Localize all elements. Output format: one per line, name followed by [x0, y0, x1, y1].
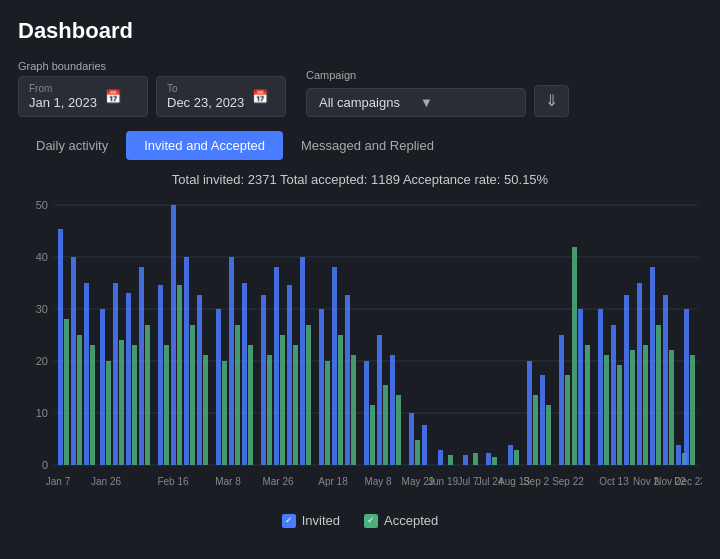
svg-rect-44	[287, 285, 292, 465]
svg-rect-85	[630, 350, 635, 465]
svg-rect-75	[559, 335, 564, 465]
date-from-value: Jan 1, 2023	[29, 95, 97, 110]
svg-rect-21	[119, 340, 124, 465]
stats-summary: Total invited: 2371 Total accepted: 1189…	[18, 172, 702, 187]
chart-legend: Invited Accepted	[18, 513, 702, 528]
svg-text:Jan 26: Jan 26	[91, 476, 121, 487]
svg-rect-59	[396, 395, 401, 465]
svg-rect-20	[113, 283, 118, 465]
svg-rect-91	[669, 350, 674, 465]
svg-rect-49	[325, 361, 330, 465]
svg-rect-14	[71, 257, 76, 465]
svg-text:50: 50	[36, 199, 48, 211]
svg-text:Sep 22: Sep 22	[552, 476, 584, 487]
svg-rect-83	[617, 365, 622, 465]
svg-rect-80	[598, 309, 603, 465]
svg-rect-32	[197, 295, 202, 465]
svg-text:Jan 7: Jan 7	[46, 476, 71, 487]
campaign-label: Campaign	[306, 69, 702, 81]
svg-rect-27	[164, 345, 169, 465]
tab-daily-activity[interactable]: Daily activity	[18, 131, 126, 160]
svg-rect-19	[106, 361, 111, 465]
download-button[interactable]: ⇓	[534, 85, 569, 117]
svg-rect-39	[248, 345, 253, 465]
svg-rect-73	[540, 375, 545, 465]
download-icon: ⇓	[545, 93, 558, 109]
svg-rect-70	[514, 450, 519, 465]
date-from-input[interactable]: From Jan 1, 2023 📅	[18, 76, 148, 117]
svg-rect-58	[390, 355, 395, 465]
svg-rect-28	[171, 205, 176, 465]
svg-rect-67	[486, 453, 491, 465]
svg-rect-88	[650, 267, 655, 465]
calendar-icon: 📅	[105, 89, 137, 104]
svg-text:10: 10	[36, 407, 48, 419]
svg-rect-60	[409, 413, 414, 465]
svg-rect-81	[604, 355, 609, 465]
svg-rect-41	[267, 355, 272, 465]
svg-text:Apr 18: Apr 18	[318, 476, 348, 487]
svg-rect-84	[624, 295, 629, 465]
svg-text:Mar 8: Mar 8	[215, 476, 241, 487]
date-to-value: Dec 23, 2023	[167, 95, 244, 110]
svg-text:May 8: May 8	[364, 476, 392, 487]
svg-rect-74	[546, 405, 551, 465]
svg-rect-42	[274, 267, 279, 465]
svg-rect-95	[690, 355, 695, 465]
svg-rect-30	[184, 257, 189, 465]
svg-rect-26	[158, 285, 163, 465]
svg-rect-18	[100, 309, 105, 465]
svg-rect-13	[64, 319, 69, 465]
date-to-label: To	[167, 83, 244, 94]
svg-text:20: 20	[36, 355, 48, 367]
svg-rect-33	[203, 355, 208, 465]
chart-area: 50 40 30 20 10 0	[18, 195, 702, 505]
graph-boundaries-label: Graph boundaries	[18, 60, 286, 72]
accepted-label: Accepted	[384, 513, 438, 528]
svg-rect-62	[422, 425, 427, 465]
svg-rect-54	[364, 361, 369, 465]
svg-text:40: 40	[36, 251, 48, 263]
svg-rect-51	[338, 335, 343, 465]
tab-messaged-replied[interactable]: Messaged and Replied	[283, 131, 452, 160]
svg-rect-29	[177, 285, 182, 465]
svg-rect-63	[438, 450, 443, 465]
svg-text:Sep 2: Sep 2	[523, 476, 550, 487]
svg-rect-52	[345, 295, 350, 465]
legend-invited[interactable]: Invited	[282, 513, 340, 528]
svg-rect-15	[77, 335, 82, 465]
svg-rect-35	[222, 361, 227, 465]
svg-rect-68	[492, 457, 497, 465]
svg-rect-50	[332, 267, 337, 465]
svg-rect-90	[663, 295, 668, 465]
svg-rect-69	[508, 445, 513, 465]
accepted-checkbox[interactable]	[364, 514, 378, 528]
svg-text:30: 30	[36, 303, 48, 315]
svg-rect-37	[235, 325, 240, 465]
campaign-select[interactable]: All campaigns ▼	[306, 88, 526, 117]
svg-rect-65	[463, 455, 468, 465]
svg-rect-24	[139, 267, 144, 465]
svg-rect-16	[84, 283, 89, 465]
svg-rect-22	[126, 293, 131, 465]
svg-rect-12	[58, 229, 63, 465]
invited-checkbox[interactable]	[282, 514, 296, 528]
tabs-container: Daily activity Invited and Accepted Mess…	[18, 131, 702, 160]
svg-rect-64	[448, 455, 453, 465]
svg-rect-34	[216, 309, 221, 465]
svg-rect-92	[676, 445, 681, 465]
page-title: Dashboard	[18, 18, 702, 44]
legend-accepted[interactable]: Accepted	[364, 513, 438, 528]
svg-rect-82	[611, 325, 616, 465]
invited-label: Invited	[302, 513, 340, 528]
svg-rect-71	[527, 361, 532, 465]
calendar-icon-to: 📅	[252, 89, 275, 104]
date-to-input[interactable]: To Dec 23, 2023 📅	[156, 76, 286, 117]
svg-rect-76	[565, 375, 570, 465]
svg-rect-86	[637, 283, 642, 465]
tab-invited-accepted[interactable]: Invited and Accepted	[126, 131, 283, 160]
svg-rect-72	[533, 395, 538, 465]
svg-rect-17	[90, 345, 95, 465]
svg-rect-23	[132, 345, 137, 465]
svg-text:Oct 13: Oct 13	[599, 476, 629, 487]
